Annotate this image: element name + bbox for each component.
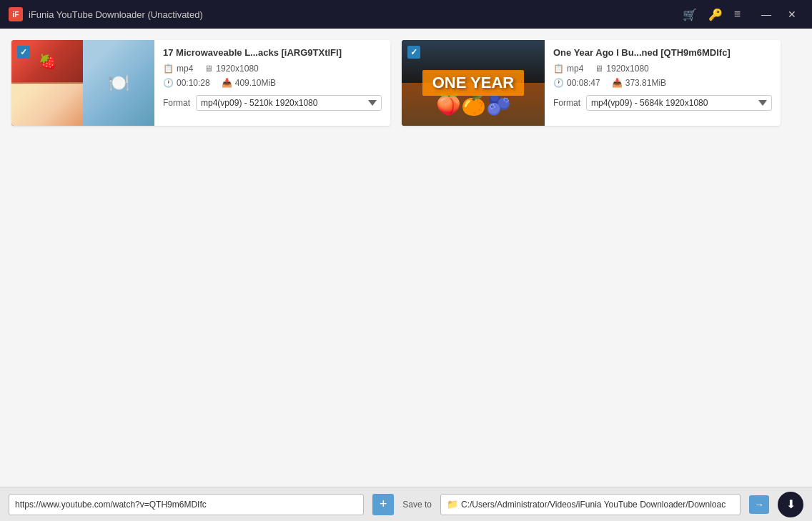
- bottom-bar: + Save to 📁 C:/Users/Administrator/Video…: [0, 487, 812, 521]
- add-url-button[interactable]: +: [372, 494, 394, 515]
- video-meta-row2: 🕐 00:08:47 📥 373.81MiB: [553, 78, 772, 88]
- browse-button[interactable]: →: [749, 495, 769, 514]
- format-select[interactable]: mp4(vp09) - 5684k 1920x1080: [586, 95, 772, 111]
- format-label: Format: [553, 98, 580, 108]
- video-thumbnail: 🍓 🍽️: [11, 40, 154, 126]
- video-checkbox[interactable]: [407, 46, 420, 59]
- thumbnail-text: ONE YEAR: [422, 70, 525, 96]
- app-title: iFunia YouTube Downloader (Unactivated): [29, 9, 680, 20]
- download-button[interactable]: ⬇: [778, 492, 803, 517]
- video-meta-row2: 🕐 00:10:28 📥 409.10MiB: [163, 78, 382, 88]
- video-filesize: 📥 373.81MiB: [612, 78, 666, 88]
- thumbnail-food-dish: 🍽️: [83, 40, 154, 126]
- video-thumbnail: ONE YEAR 🍑🍊🫐: [402, 40, 545, 126]
- titlebar: iF iFunia YouTube Downloader (Unactivate…: [0, 0, 812, 29]
- window-controls: — ✕: [755, 4, 803, 24]
- video-title: One Year Ago I Bu...ned [QTH9m6MDIfc]: [553, 47, 772, 59]
- resolution-icon: 🖥: [595, 64, 603, 74]
- video-grid: 🍓 🍽️ 17 Microwaveable L...acks [iARG9TXt…: [11, 40, 801, 126]
- video-resolution: 🖥 1920x1080: [595, 64, 648, 74]
- duration-icon: 🕐: [163, 78, 174, 88]
- video-card: 🍓 🍽️ 17 Microwaveable L...acks [iARG9TXt…: [11, 40, 390, 126]
- video-duration: 🕐 00:10:28: [163, 78, 210, 88]
- close-button[interactable]: ✕: [781, 4, 803, 24]
- main-content: 🍓 🍽️ 17 Microwaveable L...acks [iARG9TXt…: [0, 29, 812, 487]
- format-row: Format mp4(vp09) - 5210k 1920x1080: [163, 95, 382, 111]
- video-title: 17 Microwaveable L...acks [iARG9TXtlFI]: [163, 47, 382, 59]
- cart-icon[interactable]: 🛒: [680, 5, 700, 24]
- duration-icon: 🕐: [553, 78, 564, 88]
- minimize-button[interactable]: —: [755, 4, 778, 24]
- url-input[interactable]: [9, 494, 364, 515]
- format-select[interactable]: mp4(vp09) - 5210k 1920x1080: [196, 95, 382, 111]
- video-format: 📋 mp4: [553, 64, 583, 74]
- menu-icon[interactable]: ≡: [731, 5, 743, 24]
- save-path-text: C:/Users/Administrator/Videos/iFunia You…: [461, 500, 726, 510]
- app-logo: iF: [9, 7, 23, 21]
- titlebar-actions: 🛒 🔑 ≡: [680, 5, 743, 24]
- video-meta-row1: 📋 mp4 🖥 1920x1080: [163, 64, 382, 74]
- filesize-icon: 📥: [612, 78, 623, 88]
- resolution-icon: 🖥: [204, 64, 213, 74]
- save-to-label: Save to: [402, 500, 432, 510]
- video-resolution: 🖥 1920x1080: [204, 64, 258, 74]
- video-checkbox[interactable]: [17, 46, 30, 59]
- video-filesize: 📥 409.10MiB: [222, 78, 276, 88]
- video-info: One Year Ago I Bu...ned [QTH9m6MDIfc] 📋 …: [545, 40, 781, 126]
- save-path-container: 📁 C:/Users/Administrator/Videos/iFunia Y…: [440, 494, 741, 515]
- video-duration: 🕐 00:08:47: [553, 78, 600, 88]
- key-icon[interactable]: 🔑: [705, 5, 726, 24]
- format-label: Format: [163, 98, 190, 108]
- thumbnail-food-pasta: [11, 84, 83, 126]
- video-format: 📋 mp4: [163, 64, 193, 74]
- filesize-icon: 📥: [222, 78, 232, 88]
- video-info: 17 Microwaveable L...acks [iARG9TXtlFI] …: [154, 40, 390, 126]
- format-row: Format mp4(vp09) - 5684k 1920x1080: [553, 95, 772, 111]
- format-type-icon: 📋: [163, 64, 174, 74]
- folder-icon: 📁: [447, 499, 458, 510]
- video-meta-row1: 📋 mp4 🖥 1920x1080: [553, 64, 772, 74]
- video-card: ONE YEAR 🍑🍊🫐 One Year Ago I Bu...ned [QT…: [402, 40, 781, 126]
- format-type-icon: 📋: [553, 64, 564, 74]
